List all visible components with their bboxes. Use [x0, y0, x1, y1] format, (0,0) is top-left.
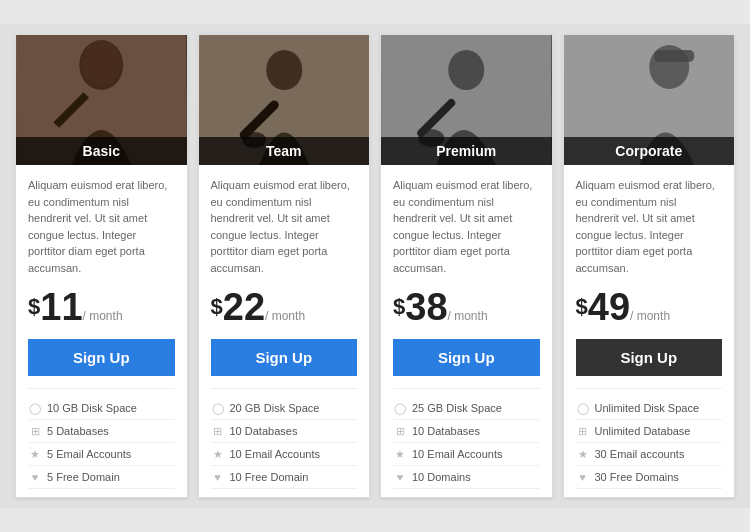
feature-text: 20 GB Disk Space — [230, 402, 320, 414]
price-amount: 22 — [223, 286, 265, 328]
plan-image: Corporate — [564, 35, 735, 165]
feature-text: 10 Databases — [412, 425, 480, 437]
plan-image: Team — [199, 35, 370, 165]
feature-item: ◯ 20 GB Disk Space — [211, 397, 358, 420]
feature-item: ◯ 10 GB Disk Space — [28, 397, 175, 420]
feature-icon-hdd: ◯ — [576, 401, 590, 415]
price-dollar: $ — [576, 294, 588, 320]
signup-button-premium[interactable]: Sign Up — [393, 339, 540, 376]
price-amount: 11 — [40, 286, 82, 328]
plan-card-team: Team Aliquam euismod erat libero, eu con… — [198, 34, 371, 498]
feature-icon-heart: ♥ — [393, 470, 407, 484]
price-dollar: $ — [28, 294, 40, 320]
feature-text: 10 GB Disk Space — [47, 402, 137, 414]
price-period: / month — [265, 309, 305, 323]
signup-button-basic[interactable]: Sign Up — [28, 339, 175, 376]
feature-text: Unlimited Database — [595, 425, 691, 437]
feature-icon-hdd: ◯ — [28, 401, 42, 415]
price-amount: 38 — [405, 286, 447, 328]
plan-title-bar: Basic — [16, 137, 187, 165]
price-period: / month — [448, 309, 488, 323]
feature-icon-star: ★ — [576, 447, 590, 461]
plan-price: $49/ month — [576, 286, 723, 329]
plan-card-premium: Premium Aliquam euismod erat libero, eu … — [380, 34, 553, 498]
feature-item: ★ 10 Email Accounts — [393, 443, 540, 466]
feature-text: 5 Databases — [47, 425, 109, 437]
price-period: / month — [630, 309, 670, 323]
price-dollar: $ — [393, 294, 405, 320]
feature-item: ★ 10 Email Accounts — [211, 443, 358, 466]
plan-title: Premium — [436, 143, 496, 159]
feature-icon-heart: ♥ — [576, 470, 590, 484]
feature-item: ♥ 10 Free Domain — [211, 466, 358, 489]
plan-price: $22/ month — [211, 286, 358, 329]
feature-icon-star: ★ — [393, 447, 407, 461]
plan-title-bar: Premium — [381, 137, 552, 165]
feature-item: ♥ 10 Domains — [393, 466, 540, 489]
feature-text: 25 GB Disk Space — [412, 402, 502, 414]
feature-icon-db: ⊞ — [211, 424, 225, 438]
plan-title: Team — [266, 143, 302, 159]
feature-item: ★ 5 Email Accounts — [28, 443, 175, 466]
plan-title: Corporate — [615, 143, 682, 159]
plan-description: Aliquam euismod erat libero, eu condimen… — [211, 177, 358, 276]
feature-item: ♥ 30 Free Domains — [576, 466, 723, 489]
feature-item: ⊞ 10 Databases — [211, 420, 358, 443]
signup-button-corporate[interactable]: Sign Up — [576, 339, 723, 376]
feature-text: 5 Free Domain — [47, 471, 120, 483]
plan-body: Aliquam euismod erat libero, eu condimen… — [16, 165, 187, 497]
plan-image: Basic — [16, 35, 187, 165]
plan-price: $11/ month — [28, 286, 175, 329]
price-period: / month — [83, 309, 123, 323]
svg-point-9 — [448, 50, 484, 90]
plan-price: $38/ month — [393, 286, 540, 329]
plan-body: Aliquam euismod erat libero, eu condimen… — [564, 165, 735, 497]
pricing-table: Basic Aliquam euismod erat libero, eu co… — [0, 24, 750, 508]
price-amount: 49 — [588, 286, 630, 328]
feature-text: Unlimited Disk Space — [595, 402, 700, 414]
features-list: ◯ Unlimited Disk Space ⊞ Unlimited Datab… — [576, 388, 723, 489]
plan-description: Aliquam euismod erat libero, eu condimen… — [28, 177, 175, 276]
feature-item: ◯ Unlimited Disk Space — [576, 397, 723, 420]
feature-text: 30 Email accounts — [595, 448, 685, 460]
feature-text: 10 Free Domain — [230, 471, 309, 483]
features-list: ◯ 25 GB Disk Space ⊞ 10 Databases ★ 10 E… — [393, 388, 540, 489]
feature-item: ♥ 5 Free Domain — [28, 466, 175, 489]
plan-title: Basic — [83, 143, 120, 159]
feature-item: ⊞ 5 Databases — [28, 420, 175, 443]
feature-text: 30 Free Domains — [595, 471, 679, 483]
feature-item: ★ 30 Email accounts — [576, 443, 723, 466]
feature-icon-heart: ♥ — [28, 470, 42, 484]
features-list: ◯ 20 GB Disk Space ⊞ 10 Databases ★ 10 E… — [211, 388, 358, 489]
svg-rect-14 — [654, 50, 694, 62]
feature-text: 10 Email Accounts — [230, 448, 321, 460]
svg-point-3 — [81, 41, 121, 85]
feature-icon-hdd: ◯ — [211, 401, 225, 415]
plan-image: Premium — [381, 35, 552, 165]
signup-button-team[interactable]: Sign Up — [211, 339, 358, 376]
feature-icon-db: ⊞ — [28, 424, 42, 438]
plan-title-bar: Team — [199, 137, 370, 165]
feature-item: ◯ 25 GB Disk Space — [393, 397, 540, 420]
feature-text: 10 Databases — [230, 425, 298, 437]
feature-icon-db: ⊞ — [576, 424, 590, 438]
plan-body: Aliquam euismod erat libero, eu condimen… — [199, 165, 370, 497]
features-list: ◯ 10 GB Disk Space ⊞ 5 Databases ★ 5 Ema… — [28, 388, 175, 489]
svg-point-5 — [266, 50, 302, 90]
plan-description: Aliquam euismod erat libero, eu condimen… — [393, 177, 540, 276]
feature-item: ⊞ Unlimited Database — [576, 420, 723, 443]
feature-icon-heart: ♥ — [211, 470, 225, 484]
plan-description: Aliquam euismod erat libero, eu condimen… — [576, 177, 723, 276]
plan-card-corporate: Corporate Aliquam euismod erat libero, e… — [563, 34, 736, 498]
feature-icon-star: ★ — [211, 447, 225, 461]
plan-body: Aliquam euismod erat libero, eu condimen… — [381, 165, 552, 497]
feature-text: 10 Domains — [412, 471, 471, 483]
plan-card-basic: Basic Aliquam euismod erat libero, eu co… — [15, 34, 188, 498]
plan-title-bar: Corporate — [564, 137, 735, 165]
feature-icon-star: ★ — [28, 447, 42, 461]
feature-text: 5 Email Accounts — [47, 448, 131, 460]
feature-item: ⊞ 10 Databases — [393, 420, 540, 443]
feature-icon-db: ⊞ — [393, 424, 407, 438]
feature-icon-hdd: ◯ — [393, 401, 407, 415]
feature-text: 10 Email Accounts — [412, 448, 503, 460]
